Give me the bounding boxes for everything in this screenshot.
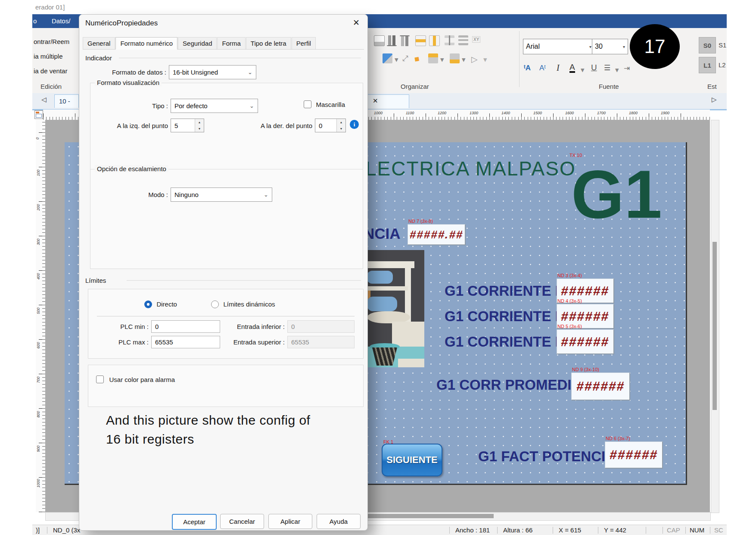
ribbon-button-label-encontrar[interactable]: ontrar/Reem: [34, 38, 69, 45]
grow-font-icon[interactable]: ᵗA: [524, 64, 531, 72]
caret-icon[interactable]: ▾: [462, 55, 466, 64]
corriente-ia-label[interactable]: G1 CORRIENTE IA: [445, 283, 569, 299]
caret-icon[interactable]: ▾: [483, 55, 487, 64]
italic-icon[interactable]: I: [557, 63, 560, 73]
fact-potencia-label[interactable]: G1 FACT POTENCIA: [478, 448, 616, 465]
distribute-horizontal-icon[interactable]: [429, 35, 440, 46]
font-color-icon[interactable]: A: [569, 63, 575, 73]
indent-icon[interactable]: ⇥: [624, 64, 630, 73]
tab-general[interactable]: General: [83, 37, 115, 49]
limites-box: Directo Límites dinámicos PLC min : Entr…: [88, 289, 364, 359]
modo-dropdown[interactable]: Ninguno ⌄: [171, 188, 272, 202]
vertical-scrollbar-thumb[interactable]: [712, 242, 717, 410]
plc-max-input[interactable]: [151, 336, 220, 348]
ruler-corner-icon[interactable]: [34, 110, 43, 119]
horizontal-scrollbar-thumb[interactable]: [367, 514, 494, 518]
ayuda-button[interactable]: Ayuda: [317, 514, 361, 529]
document-tab-active-end[interactable]: ✕: [367, 94, 409, 108]
izq-punto-spinner[interactable]: 5 ▲▼: [171, 119, 204, 132]
izq-punto-value[interactable]: 5: [171, 119, 195, 132]
vertical-scrollbar[interactable]: [711, 120, 719, 513]
org-chart-icon[interactable]: [458, 35, 468, 45]
align-text-icon[interactable]: ☰: [604, 63, 610, 72]
numeric-display-tag: ND 7 (3x-8): [408, 219, 433, 224]
aceptar-button[interactable]: Aceptar: [172, 514, 217, 530]
directo-radio[interactable]: [144, 300, 152, 308]
machine-image[interactable]: [367, 250, 424, 367]
spin-down-icon[interactable]: ▼: [195, 125, 204, 132]
ribbon-button-label-copia-multiple[interactable]: ia múltiple: [34, 53, 63, 60]
screen-title[interactable]: LECTRICA MALPASO: [365, 157, 576, 180]
underline-icon[interactable]: U: [591, 63, 597, 72]
tab-perfil[interactable]: Perfil: [292, 37, 316, 49]
distribute-vertical-icon[interactable]: [415, 35, 426, 46]
shrink-font-icon[interactable]: Aᵗ: [539, 64, 546, 72]
numeric-display-tag: ND 4 (3x-5): [557, 298, 582, 303]
aplicar-button[interactable]: Aplicar: [268, 514, 312, 529]
group-objects-icon[interactable]: [428, 53, 438, 63]
state-l1-button[interactable]: L1: [699, 57, 716, 73]
document-tab-10[interactable]: 10 -: [54, 94, 79, 108]
align-object-icon[interactable]: [374, 35, 385, 46]
plc-min-input[interactable]: [151, 320, 220, 333]
spin-up-icon[interactable]: ▲: [195, 119, 204, 125]
chevron-down-icon[interactable]: ▾: [623, 44, 625, 49]
state-s1-label[interactable]: S1: [719, 41, 726, 49]
resize-object-icon[interactable]: ⤢: [402, 54, 408, 63]
usar-color-alarma-checkbox[interactable]: [96, 375, 104, 383]
tab-forma[interactable]: Forma: [217, 37, 245, 49]
potencia-display[interactable]: ND 7 (3x-8) #####.##: [408, 224, 466, 245]
tab-scroll-left-icon[interactable]: ◁: [41, 96, 47, 103]
potencia-label[interactable]: NCIA: [364, 225, 401, 242]
ruler-number: 300: [36, 238, 40, 245]
font-name-combo[interactable]: Arial ▾: [523, 39, 594, 54]
der-punto-spinner[interactable]: 0 ▲▼: [315, 119, 346, 132]
menu-item-datos[interactable]: Datos/: [52, 17, 70, 25]
xy-grid-icon[interactable]: XY: [472, 36, 480, 43]
dialog-close-icon[interactable]: ✕: [353, 18, 360, 28]
menu-fragment[interactable]: o: [33, 17, 37, 25]
fact-potencia-display[interactable]: ND 6 (3x-7) ######: [605, 441, 663, 469]
tab-tipo-de-letra[interactable]: Tipo de letra: [246, 37, 291, 49]
corriente-ic-label[interactable]: G1 CORRIENTE IC: [445, 334, 569, 350]
corr-promedio-display[interactable]: ND 9 (3x-10) ######: [571, 372, 630, 400]
caret-icon[interactable]: ▾: [440, 55, 444, 64]
tipo-dropdown[interactable]: Por defecto ⌄: [171, 99, 258, 113]
corriente-ic-display[interactable]: ND 5 (3x-6) ######: [557, 329, 614, 354]
siguiente-button[interactable]: FK 1 SIGUIENTE: [382, 444, 442, 476]
font-size-combo[interactable]: 30 ▾: [592, 39, 628, 54]
ribbon-button-label-copia-ventana[interactable]: ia de ventar: [34, 67, 67, 75]
cancelar-button[interactable]: Cancelar: [220, 514, 264, 529]
tab-close-icon[interactable]: ✕: [373, 97, 378, 105]
tab-seguridad[interactable]: Seguridad: [178, 37, 217, 49]
center-objects-icon[interactable]: [445, 35, 454, 45]
numeric-properties-dialog[interactable]: NuméricoPropiedades ✕ GeneralFormato num…: [79, 14, 368, 531]
dinamicos-radio[interactable]: [211, 300, 219, 308]
caret-icon[interactable]: ▾: [581, 66, 585, 75]
state-s0-button[interactable]: S0: [699, 37, 716, 53]
chevron-down-icon[interactable]: ▾: [589, 44, 591, 49]
mascarilla-checkbox-row[interactable]: Mascarilla: [304, 100, 345, 109]
mascarilla-checkbox[interactable]: [304, 100, 311, 108]
ungroup-objects-icon[interactable]: [450, 53, 460, 63]
tab-formato-numerico[interactable]: Formato numérico: [115, 37, 177, 50]
usar-color-alarma-row[interactable]: Usar color para alarma: [96, 375, 175, 384]
tab-scroll-right-icon[interactable]: ▷: [712, 96, 717, 103]
spin-up-icon[interactable]: ▲: [337, 119, 345, 125]
corr-promedio-label[interactable]: G1 CORR PROMEDIO: [436, 377, 582, 393]
rotate-play-icon[interactable]: ▷: [471, 54, 478, 64]
dinamicos-radio-row[interactable]: Límites dinámicos: [211, 300, 275, 308]
formato-datos-dropdown[interactable]: 16-bit Unsigned ⌄: [169, 65, 256, 79]
der-punto-value[interactable]: 0: [315, 119, 336, 132]
align-top-icon[interactable]: [400, 35, 410, 46]
directo-radio-row[interactable]: Directo: [144, 300, 177, 308]
align-bottom-icon[interactable]: [387, 35, 397, 46]
bring-forward-icon[interactable]: [383, 53, 392, 63]
generator-id-text[interactable]: G1: [571, 155, 662, 233]
info-icon[interactable]: i: [350, 120, 359, 129]
corriente-ib-label[interactable]: G1 CORRIENTE IB: [445, 308, 569, 325]
caret-icon[interactable]: ▾: [615, 66, 619, 75]
state-l2-label[interactable]: L2: [719, 61, 726, 69]
caret-icon[interactable]: ▾: [395, 55, 398, 64]
spin-down-icon[interactable]: ▼: [337, 125, 345, 132]
